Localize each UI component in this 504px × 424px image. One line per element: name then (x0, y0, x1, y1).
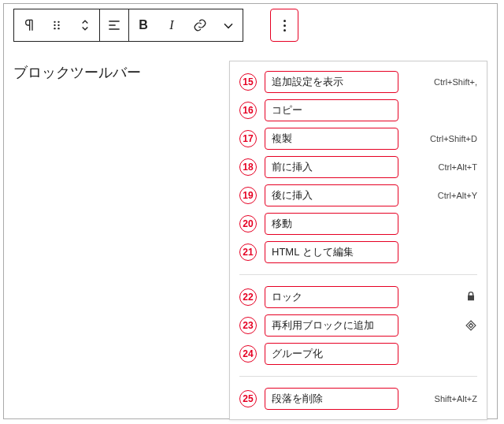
annotation-badge: 17 (232, 130, 265, 147)
menu-row: 16コピー (232, 96, 485, 125)
menu-shortcut: Ctrl+Shift+D (398, 134, 479, 143)
menu-shortcut (398, 290, 479, 304)
menu-row: 19後に挿入Ctrl+Alt+Y (232, 181, 485, 210)
menu-item[interactable]: ロック (265, 286, 398, 308)
page-title: ブロックツールバー (13, 63, 141, 82)
link-icon[interactable] (186, 9, 214, 41)
menu-item[interactable]: コピー (265, 99, 398, 121)
menu-shortcut: Shift+Alt+Z (398, 394, 479, 404)
menu-row: 22ロック (232, 283, 485, 311)
svg-point-3 (57, 24, 59, 26)
annotation-badge: 24 (232, 345, 265, 363)
menu-shortcut (398, 318, 479, 333)
annotation-badge: 25 (232, 390, 265, 407)
menu-row: 18前に挿入Ctrl+Alt+T (232, 153, 485, 181)
svg-point-1 (57, 21, 59, 23)
menu-item[interactable]: 前に挿入 (265, 156, 398, 178)
svg-point-5 (57, 28, 59, 29)
more-rich-toggle-icon[interactable] (214, 9, 243, 41)
block-toolbar: B I (13, 9, 243, 42)
annotation-badge: 15 (232, 73, 265, 91)
menu-separator (239, 274, 477, 275)
block-options-button[interactable] (270, 9, 298, 42)
annotation-badge: 18 (232, 158, 265, 176)
menu-item[interactable]: グループ化 (265, 343, 398, 365)
block-type-paragraph-icon[interactable] (14, 9, 43, 41)
move-updown-icon[interactable] (71, 9, 99, 41)
lock-icon (465, 290, 477, 304)
menu-item[interactable]: 再利用ブロックに追加 (265, 314, 398, 337)
annotation-badge: 16 (232, 102, 265, 119)
bold-button[interactable]: B (129, 9, 158, 41)
annotation-badge: 21 (232, 244, 265, 261)
menu-shortcut: Ctrl+Alt+Y (398, 191, 479, 200)
drag-handle-icon[interactable] (43, 9, 71, 41)
menu-shortcut: Ctrl+Shift+, (398, 77, 479, 87)
menu-row: 25段落を削除Shift+Alt+Z (232, 385, 485, 413)
menu-row: 24グループ化 (232, 340, 485, 368)
menu-item[interactable]: HTML として編集 (265, 241, 398, 263)
block-options-menu: 15追加設定を表示Ctrl+Shift+,16コピー17複製Ctrl+Shift… (229, 61, 487, 420)
menu-row: 23再利用ブロックに追加 (232, 311, 485, 340)
menu-item[interactable]: 複製 (265, 128, 398, 150)
menu-item[interactable]: 移動 (265, 213, 398, 235)
italic-button[interactable]: I (158, 9, 186, 41)
svg-point-0 (54, 21, 55, 23)
align-icon[interactable] (100, 9, 128, 41)
menu-row: 20移動 (232, 210, 485, 238)
menu-item[interactable]: 段落を削除 (265, 388, 398, 410)
annotation-badge: 22 (232, 288, 265, 306)
annotation-badge: 23 (232, 317, 265, 334)
kebab-icon (284, 20, 286, 32)
menu-separator (239, 376, 477, 377)
menu-row: 17複製Ctrl+Shift+D (232, 125, 485, 153)
menu-shortcut: Ctrl+Alt+T (398, 162, 479, 172)
reusable-block-icon (465, 319, 477, 333)
menu-item[interactable]: 後に挿入 (265, 184, 398, 206)
svg-point-4 (54, 28, 55, 29)
annotation-badge: 20 (232, 215, 265, 232)
menu-item[interactable]: 追加設定を表示 (265, 71, 398, 93)
svg-point-2 (54, 24, 55, 26)
annotation-badge: 19 (232, 187, 265, 204)
menu-row: 21HTML として編集 (232, 238, 485, 266)
menu-row: 15追加設定を表示Ctrl+Shift+, (232, 68, 485, 96)
